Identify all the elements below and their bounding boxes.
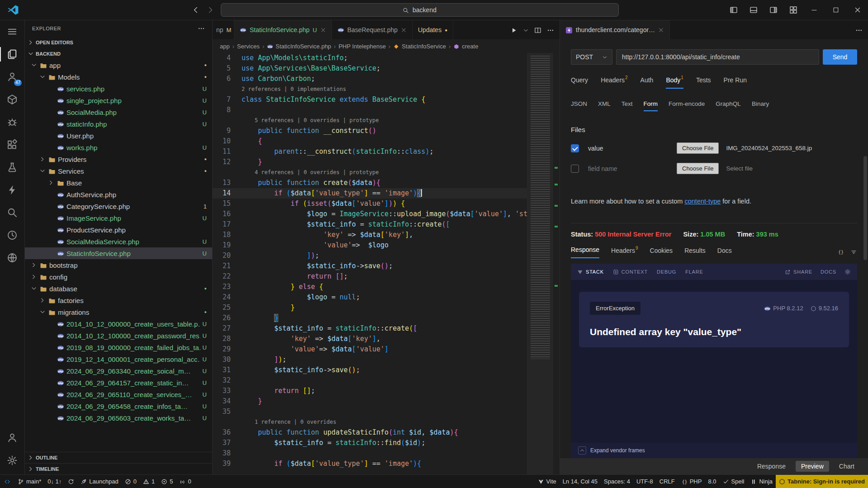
statusbar-vite[interactable]: Vite	[535, 475, 560, 488]
tree-file-row[interactable]: php2014_10_12_000000_create_users_table.…	[25, 318, 212, 330]
checkbox[interactable]	[571, 165, 579, 173]
ignition-nav-debug[interactable]: DEBUG	[657, 269, 676, 275]
request-tab-auth[interactable]: Auth	[640, 76, 654, 89]
statusbar-spaces-4[interactable]: Spaces: 4	[601, 475, 633, 488]
editor-tab[interactable]: phpBaseRequest.php	[332, 20, 413, 39]
tree-file-row[interactable]: phpworks.phpU	[25, 142, 212, 153]
editor-tab[interactable]: phpStaticInfoService.phpU	[234, 20, 332, 39]
test-icon[interactable]	[0, 156, 24, 179]
toggle-auxbar-icon[interactable]	[764, 0, 783, 20]
statusbar-0[interactable]: 0	[122, 475, 140, 488]
package-icon[interactable]	[0, 88, 24, 111]
tree-file-row[interactable]: phpStaticInfoService.phpU	[25, 247, 212, 259]
search-side-icon[interactable]	[0, 201, 24, 224]
tree-file-row[interactable]: php2024_06_29_065603_create_works_ta…U	[25, 412, 212, 424]
statusbar-ninja[interactable]: Ninja	[747, 475, 776, 488]
method-select[interactable]: POST	[571, 49, 612, 65]
content-type-link[interactable]: content-type	[684, 198, 721, 205]
body-tab-text[interactable]: Text	[621, 100, 633, 111]
body-tab-form-encode[interactable]: Form-encode	[669, 100, 705, 111]
explorer-more-icon[interactable]	[198, 25, 205, 32]
choose-file-button[interactable]: Choose File	[677, 163, 719, 174]
breadcrumb-item[interactable]: create	[453, 43, 478, 50]
tree-folder-row[interactable]: Base	[25, 177, 212, 189]
body-tab-graphql[interactable]: GraphQL	[716, 100, 741, 111]
preview-tab-preview[interactable]: Preview	[796, 461, 829, 472]
toggle-panel-icon[interactable]	[744, 0, 763, 20]
tree-file-row[interactable]: phpstaticInfo.phpU	[25, 118, 212, 130]
open-editors-header[interactable]: OPEN EDITORS	[25, 37, 212, 48]
editor-more-icon[interactable]	[547, 26, 554, 33]
breadcrumb-item[interactable]: StaticInfoService	[393, 43, 446, 50]
debug-icon[interactable]	[0, 111, 24, 133]
tree-file-row[interactable]: php2024_06_29_065110_create_services_…U	[25, 389, 212, 400]
statusbar-utf-8[interactable]: UTF-8	[633, 475, 656, 488]
tree-folder-row[interactable]: database●	[25, 283, 212, 294]
tree-folder-row[interactable]: config	[25, 271, 212, 283]
tree-file-row[interactable]: php2014_10_12_100000_create_password_res…	[25, 330, 212, 341]
history-icon[interactable]	[0, 224, 24, 246]
preview-tab-response[interactable]: Response	[752, 461, 791, 472]
tree-file-row[interactable]: php2024_06_29_064157_create_static_in…U	[25, 377, 212, 389]
run-dropdown-icon[interactable]	[523, 26, 529, 33]
tree-file-row[interactable]: phpAuthService.php	[25, 189, 212, 200]
ignition-nav-share[interactable]: SHARE	[785, 269, 812, 275]
code-editor[interactable]: 4use App\Models\staticInfo;5use App\Serv…	[213, 53, 560, 474]
body-tab-xml[interactable]: XML	[598, 100, 611, 111]
statusbar-ln-14-col-45[interactable]: Ln 14, Col 45	[560, 475, 601, 488]
close-button[interactable]	[847, 0, 868, 20]
toggle-sidebar-icon[interactable]	[724, 0, 743, 20]
statusbar-tabnine-sign-in-is-required[interactable]: Tabnine: Sign-in is required	[776, 475, 868, 488]
statusbar-crlf[interactable]: CRLF	[656, 475, 678, 488]
panel-more-icon[interactable]	[855, 26, 863, 33]
expand-vendor-frames[interactable]: Expand vendor frames	[571, 443, 857, 458]
request-tab-body[interactable]: Body1	[666, 76, 683, 89]
tree-file-row[interactable]: phpSocialMedia.phpU	[25, 106, 212, 118]
body-tab-json[interactable]: JSON	[571, 100, 587, 111]
power-icon[interactable]	[0, 179, 24, 201]
tree-folder-row[interactable]: factories	[25, 294, 212, 306]
response-tab-docs[interactable]: Docs	[717, 247, 732, 258]
request-tab-headers[interactable]: Headers2	[601, 76, 627, 89]
account-icon[interactable]	[0, 426, 24, 449]
url-input[interactable]	[616, 49, 819, 65]
statusbar-refresh[interactable]	[65, 475, 77, 488]
statusbar-php[interactable]: {}PHP	[678, 475, 705, 488]
close-icon[interactable]	[401, 27, 407, 33]
tree-file-row[interactable]: phpUser.php	[25, 130, 212, 142]
request-tab-query[interactable]: Query	[571, 76, 588, 89]
send-button[interactable]: Send	[823, 49, 857, 65]
statusbar-1[interactable]: 1	[140, 475, 158, 488]
layout-grid-icon[interactable]	[784, 0, 803, 20]
braces-icon[interactable]: {}	[837, 248, 844, 256]
ignition-nav-context[interactable]: CONTEXT	[613, 269, 648, 275]
breadcrumb-item[interactable]: phpStaticInfoService.php	[267, 43, 331, 50]
tree-folder-row[interactable]: Services●	[25, 165, 212, 177]
statusbar-launchpad[interactable]: Launchpad	[77, 475, 121, 488]
tree-folder-row[interactable]: migrations●	[25, 306, 212, 318]
field-name-input[interactable]: value	[588, 145, 669, 152]
minimap[interactable]	[527, 53, 553, 474]
outline-header[interactable]: OUTLINE	[25, 452, 212, 463]
tree-file-row[interactable]: php2019_12_14_000001_create_personal_acc…	[25, 353, 212, 365]
maximize-button[interactable]	[825, 0, 846, 20]
close-icon[interactable]	[658, 27, 664, 33]
back-button[interactable]	[192, 6, 200, 14]
run-button[interactable]	[510, 26, 517, 33]
ignition-nav-docs[interactable]: DOCS	[821, 269, 836, 275]
breadcrumb-item[interactable]: app	[220, 43, 230, 50]
tree-file-row[interactable]: phpservices.phpU	[25, 83, 212, 95]
body-tab-binary[interactable]: Binary	[752, 100, 769, 111]
accounts-icon[interactable]: 47	[0, 66, 24, 88]
statusbar-0[interactable]: 0	[176, 475, 194, 488]
extensions-icon[interactable]	[0, 133, 24, 156]
checkbox[interactable]	[571, 144, 579, 152]
field-name-input[interactable]: field name	[588, 165, 669, 172]
response-tab-results[interactable]: Results	[684, 247, 706, 258]
tree-file-row[interactable]: phpProductService.php	[25, 224, 212, 236]
command-center-search[interactable]: backend	[221, 3, 619, 17]
minimize-button[interactable]	[804, 0, 825, 20]
menu-icon[interactable]	[0, 20, 24, 43]
body-tab-form[interactable]: Form	[644, 100, 658, 111]
request-tab-pre-run[interactable]: Pre Run	[724, 76, 747, 89]
